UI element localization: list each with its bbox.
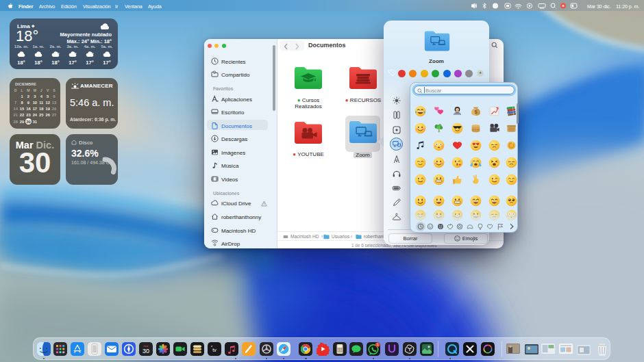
svg-text:mar: mar: [144, 344, 149, 348]
svg-text:30: 30: [143, 348, 149, 354]
svg-text:tv: tv: [212, 348, 216, 352]
